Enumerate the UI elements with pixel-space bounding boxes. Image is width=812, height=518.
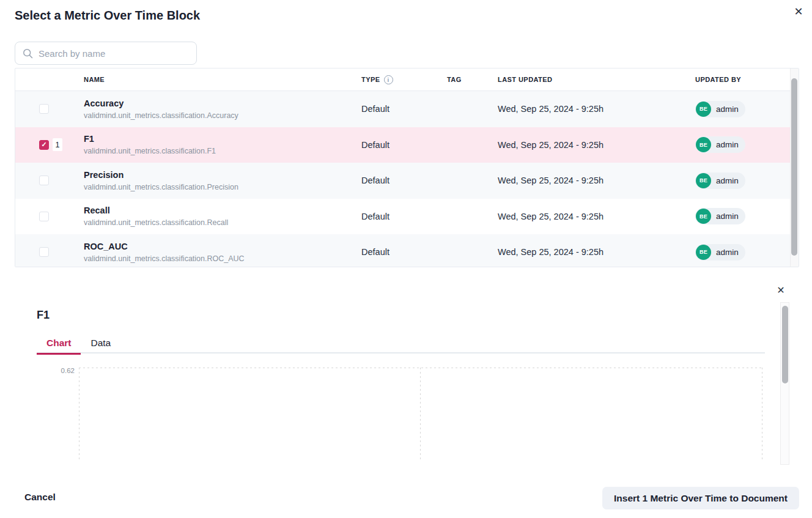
metric-name: Precision bbox=[84, 170, 361, 180]
select-metric-modal: Select a Metric Over Time Block ✕ NAME T… bbox=[0, 0, 812, 518]
updated-by-badge: BEadmin bbox=[695, 172, 745, 189]
table-row-accuracy[interactable]: Accuracy validmind.unit_metrics.classifi… bbox=[15, 91, 790, 127]
updated-by-badge: BEadmin bbox=[695, 208, 745, 224]
column-header-last-updated: LAST UPDATED bbox=[498, 76, 695, 83]
metric-last-updated: Wed, Sep 25, 2024 - 9:25h bbox=[498, 247, 695, 257]
updated-by-badge: BEadmin bbox=[695, 101, 745, 117]
tab-chart[interactable]: Chart bbox=[37, 332, 81, 353]
table-row-f1[interactable]: ✓ 1 F1 validmind.unit_metrics.classifica… bbox=[15, 127, 790, 163]
updated-by-badge: BEadmin bbox=[695, 244, 745, 261]
close-icon[interactable]: ✕ bbox=[791, 4, 806, 20]
metric-id: validmind.unit_metrics.classification.Pr… bbox=[84, 183, 361, 191]
metric-name: Accuracy bbox=[84, 98, 361, 108]
avatar: BE bbox=[696, 173, 711, 188]
metric-type: Default bbox=[361, 176, 447, 185]
table-row-recall[interactable]: Recall validmind.unit_metrics.classifica… bbox=[15, 199, 790, 235]
insert-button[interactable]: Insert 1 Metric Over Time to Document bbox=[602, 487, 799, 509]
row-checkbox[interactable] bbox=[39, 247, 49, 257]
chart-y-tick: 0.62 bbox=[37, 367, 75, 374]
metric-id: validmind.unit_metrics.classification.F1 bbox=[84, 147, 361, 155]
tab-data[interactable]: Data bbox=[81, 332, 120, 353]
search-icon bbox=[23, 48, 33, 59]
metric-type: Default bbox=[361, 212, 447, 221]
updated-by-badge: BEadmin bbox=[695, 136, 745, 153]
selection-order-badge: 1 bbox=[53, 138, 62, 151]
avatar: BE bbox=[696, 102, 711, 117]
chart-gridline-mid bbox=[420, 368, 421, 462]
metric-name: F1 bbox=[84, 134, 361, 144]
search-input[interactable] bbox=[39, 48, 189, 59]
preview-tabs: Chart Data bbox=[37, 332, 765, 353]
metric-last-updated: Wed, Sep 25, 2024 - 9:25h bbox=[498, 176, 695, 185]
table-scrollbar-thumb[interactable] bbox=[791, 78, 797, 256]
column-header-tag: TAG bbox=[447, 76, 498, 83]
chart-border-top bbox=[79, 368, 762, 368]
metric-id: validmind.unit_metrics.classification.Ac… bbox=[84, 111, 361, 120]
cancel-button[interactable]: Cancel bbox=[24, 492, 56, 503]
metric-name: ROC_AUC bbox=[84, 242, 361, 251]
metric-last-updated: Wed, Sep 25, 2024 - 9:25h bbox=[498, 212, 695, 221]
row-checkbox-checked[interactable]: ✓ bbox=[39, 140, 49, 150]
chart-plot-area bbox=[79, 368, 762, 462]
table-row-precision[interactable]: Precision validmind.unit_metrics.classif… bbox=[15, 163, 790, 199]
metric-last-updated: Wed, Sep 25, 2024 - 9:25h bbox=[498, 104, 695, 114]
table-header-row: NAME TYPEi TAG LAST UPDATED UPDATED BY bbox=[15, 68, 790, 91]
metric-type: Default bbox=[361, 140, 447, 150]
avatar: BE bbox=[696, 245, 711, 260]
page-title: Select a Metric Over Time Block bbox=[15, 9, 200, 23]
metric-type: Default bbox=[361, 247, 447, 257]
metric-id: validmind.unit_metrics.classification.RO… bbox=[84, 254, 361, 263]
chart-border-left bbox=[79, 368, 79, 462]
column-header-updated-by: UPDATED BY bbox=[695, 76, 790, 83]
preview-scrollbar-thumb[interactable] bbox=[782, 306, 788, 383]
metrics-table: NAME TYPEi TAG LAST UPDATED UPDATED BY A… bbox=[15, 68, 799, 267]
row-checkbox[interactable] bbox=[39, 212, 49, 221]
avatar: BE bbox=[696, 209, 711, 224]
search-box[interactable] bbox=[15, 42, 197, 65]
column-header-name: NAME bbox=[84, 76, 361, 83]
avatar: BE bbox=[696, 137, 711, 152]
metric-type: Default bbox=[361, 104, 447, 114]
row-checkbox[interactable] bbox=[39, 104, 49, 114]
chart-border-right bbox=[762, 368, 762, 462]
column-header-type: TYPEi bbox=[361, 75, 447, 84]
preview-close-icon[interactable]: ✕ bbox=[774, 283, 788, 297]
preview-title: F1 bbox=[37, 309, 50, 322]
row-checkbox[interactable] bbox=[39, 176, 49, 185]
metric-last-updated: Wed, Sep 25, 2024 - 9:25h bbox=[498, 140, 695, 150]
info-icon[interactable]: i bbox=[384, 75, 393, 84]
metric-id: validmind.unit_metrics.classification.Re… bbox=[84, 218, 361, 227]
table-row-roc-auc[interactable]: ROC_AUC validmind.unit_metrics.classific… bbox=[15, 234, 790, 267]
metric-name: Recall bbox=[84, 205, 361, 215]
